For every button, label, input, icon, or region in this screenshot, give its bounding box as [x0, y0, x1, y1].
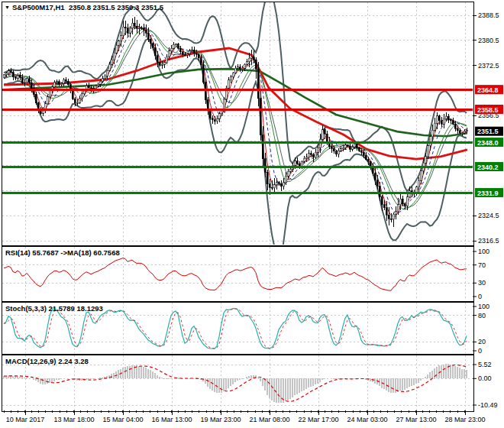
rsi-scale-label: 100: [478, 248, 489, 255]
time-axis-label: 16 Mar 13:00: [151, 416, 192, 423]
rsi-panel: 10070300: [4, 248, 489, 300]
price-line-badge: 2351.5: [475, 127, 503, 136]
price-axis-label: 2388.5: [478, 11, 499, 19]
candlestick-series: [3, 17, 467, 227]
price-axis-label: 2316.5: [478, 237, 499, 245]
rsi-line: [4, 258, 467, 291]
fan-ma-blue-dashed-line: [4, 28, 467, 213]
rsi-scale-label: 30: [478, 279, 486, 287]
price-axis-label: 2324.5: [478, 212, 499, 219]
svg-text:2358.5: 2358.5: [477, 106, 499, 114]
stochastic-panel: 10080200: [4, 303, 489, 355]
time-axis-label: 28 Mar 23:00: [444, 416, 485, 423]
time-axis-label: 13 Mar 18:00: [53, 416, 94, 423]
time-axis-label: 24 Mar 03:00: [347, 416, 387, 423]
svg-text:2348.0: 2348.0: [477, 139, 499, 147]
price-line-badge: 2364.8: [475, 85, 503, 94]
stochastic-d-line: [4, 309, 467, 349]
main-price-panel: [3, 0, 467, 255]
svg-text:2331.9: 2331.9: [477, 190, 499, 197]
stochastic-scale-label: 20: [478, 338, 486, 345]
svg-text:2340.2: 2340.2: [477, 164, 499, 171]
price-axis: 2388.52380.52372.52356.52324.52316.52364…: [473, 11, 503, 245]
fan-ma-red-line: [4, 27, 467, 217]
price-line-badge: 2331.9: [475, 188, 503, 197]
stochastic-k-line: [4, 309, 467, 349]
stochastic-scale-label: 80: [478, 312, 486, 319]
chart-dropdown-icon[interactable]: ▼: [5, 5, 10, 10]
rsi-scale-label: 70: [478, 261, 486, 269]
svg-text:2351.5: 2351.5: [477, 128, 499, 135]
time-axis-label: 22 Mar 17:00: [298, 416, 338, 423]
macd-scale-label: -10.49: [478, 401, 498, 409]
time-axis-label: 10 Mar 2017: [6, 416, 45, 423]
time-axis-label: 27 Mar 13:00: [396, 416, 436, 423]
price-axis-label: 2380.5: [478, 37, 499, 44]
macd-signal-line: [4, 365, 467, 402]
slow-ma-green-line: [4, 69, 467, 136]
macd-histogram: [4, 364, 467, 403]
rsi-scale-label: 0: [478, 293, 482, 300]
time-axis-label: 15 Mar 04:00: [102, 416, 143, 423]
time-axis: 10 Mar 201713 Mar 18:0015 Mar 04:0016 Ma…: [4, 410, 486, 423]
price-axis-label: 2372.5: [478, 62, 499, 70]
macd-scale-label: 5.52: [478, 361, 492, 368]
stochastic-scale-label: 0: [478, 347, 482, 355]
chart-title-bar[interactable]: ▼S&P500M17,H1 2350.8 2351.5 2350.3 2351.…: [5, 3, 163, 11]
chart-canvas[interactable]: 2388.52380.52372.52356.52324.52316.52364…: [0, 0, 504, 428]
macd-panel: [4, 364, 467, 403]
chart-symbol-period: S&P500M17,H1: [12, 3, 65, 11]
macd-scale-label: 0.00: [478, 374, 492, 382]
stochastic-scale-label: 100: [478, 303, 489, 310]
chart-ohlc-quotes: 2350.8 2351.5 2350.3 2351.5: [69, 3, 163, 11]
price-line-badge: 2348.0: [475, 138, 503, 147]
mt4-chart-window: 2388.52380.52372.52356.52324.52316.52364…: [0, 0, 504, 428]
time-axis-label: 21 Mar 08:00: [249, 416, 289, 423]
time-axis-label: 19 Mar 23:00: [200, 416, 241, 423]
price-line-badge: 2358.5: [475, 105, 503, 114]
svg-text:2364.8: 2364.8: [477, 86, 499, 94]
price-line-badge: 2340.2: [475, 162, 503, 171]
